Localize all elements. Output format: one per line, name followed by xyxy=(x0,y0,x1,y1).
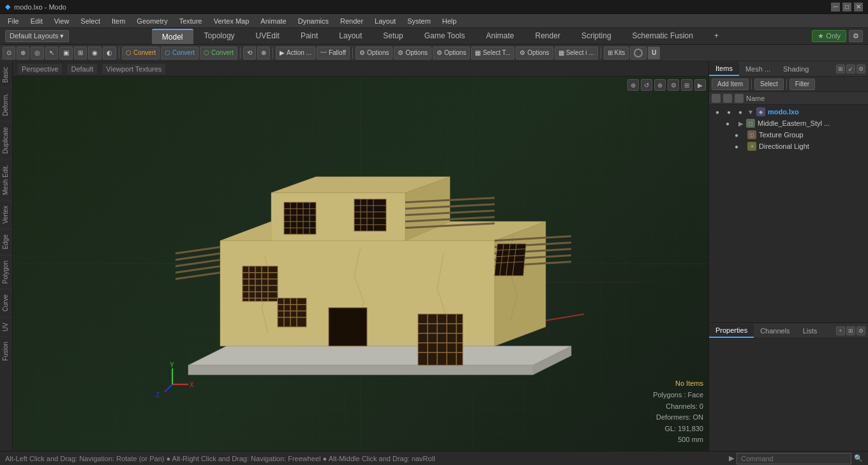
list-item[interactable]: ● ▶ ◻ Middle_Eastern_Styl ... xyxy=(710,118,867,129)
toolbar-btn-radio[interactable]: ◉ xyxy=(88,47,101,59)
toolbar-btn-circle[interactable]: ⊕ xyxy=(17,47,29,59)
viewport[interactable]: Perspective Default Viewport Textures xyxy=(13,61,708,451)
sidebar-tab-duplicate[interactable]: Duplicate xyxy=(0,121,12,159)
tab-game-tools[interactable]: Game Tools xyxy=(414,29,475,44)
toolbar-select-i[interactable]: ▦Select i ... xyxy=(555,47,598,59)
list-item[interactable]: ● ● ● ▼ ◆ modo.lxo xyxy=(710,106,867,118)
tab-animate[interactable]: Animate xyxy=(476,29,525,44)
col-eye-icon[interactable] xyxy=(712,94,721,103)
tab-topology[interactable]: Topology xyxy=(194,29,245,44)
vp-zoom-icon[interactable]: ⊕ xyxy=(654,79,666,91)
menu-item[interactable]: Item xyxy=(107,16,130,26)
menu-view[interactable]: View xyxy=(49,16,75,26)
eye-icon-texture[interactable]: ● xyxy=(732,130,741,139)
toolbar-options-2[interactable]: ⚙Options xyxy=(394,47,431,59)
menu-layout[interactable]: Layout xyxy=(370,16,401,26)
sidebar-tab-deform[interactable]: Deform. xyxy=(0,88,12,121)
menu-file[interactable]: File xyxy=(3,16,24,26)
tab-properties[interactable]: Properties xyxy=(709,324,754,338)
toolbar-options-1[interactable]: ⚙Options xyxy=(355,47,393,59)
toolbar-u-btn[interactable]: U xyxy=(648,47,660,59)
toolbar-select-t[interactable]: ▦Select T... xyxy=(471,47,514,59)
list-item[interactable]: ● ◫ Texture Group xyxy=(710,129,867,141)
eye-icon-light[interactable]: ● xyxy=(732,142,741,151)
sidebar-tab-fusion[interactable]: Fusion xyxy=(0,336,12,366)
star-only-button[interactable]: ★ Only xyxy=(812,30,846,42)
tab-scripting[interactable]: Scripting xyxy=(571,29,622,44)
menu-vertex-map[interactable]: Vertex Map xyxy=(209,16,255,26)
sidebar-tab-edge[interactable]: Edge xyxy=(0,229,12,254)
sidebar-tab-mesh-edit[interactable]: Mesh Edit. xyxy=(0,159,12,200)
eye-icon-root[interactable]: ● xyxy=(713,107,722,116)
panel-expand-btn[interactable]: ⊞ xyxy=(836,65,845,73)
command-input[interactable] xyxy=(737,453,851,464)
tab-lists[interactable]: Lists xyxy=(797,324,824,337)
close-button[interactable]: ✕ xyxy=(854,3,863,11)
toolbar-options-4[interactable]: ⚙Options xyxy=(516,47,553,59)
menu-render[interactable]: Render xyxy=(335,16,368,26)
vp-settings-icon[interactable]: ⚙ xyxy=(668,79,679,91)
list-item[interactable]: ● ☀ Directional Light xyxy=(710,141,867,152)
menu-edit[interactable]: Edit xyxy=(26,16,48,26)
toolbar-btn-arrow[interactable]: ↖ xyxy=(45,47,58,59)
tab-layout[interactable]: Layout xyxy=(329,29,372,44)
col-lock-icon[interactable] xyxy=(723,94,732,103)
perspective-label[interactable]: Perspective xyxy=(18,64,62,74)
layout-gear-button[interactable]: ⚙ xyxy=(849,30,863,42)
menu-select[interactable]: Select xyxy=(75,16,105,26)
maximize-button[interactable]: □ xyxy=(842,3,851,11)
panel-gear-btn[interactable]: ⚙ xyxy=(857,65,865,73)
toolbar-convert-orange[interactable]: ⬡Convert xyxy=(122,47,160,59)
toolbar-plus[interactable]: ⊕ xyxy=(257,47,270,59)
panel-shrink-btn[interactable]: ↙ xyxy=(846,65,855,73)
vp-grid-icon[interactable]: ⊞ xyxy=(681,79,692,91)
eye2-icon-root[interactable]: ● xyxy=(724,107,733,116)
tab-items[interactable]: Items xyxy=(709,62,739,76)
tab-model[interactable]: Model xyxy=(152,29,193,44)
sidebar-tab-vertex[interactable]: Vertex xyxy=(0,200,12,229)
toolbar-convert-blue[interactable]: ⬡Convert xyxy=(161,47,198,59)
vp-play-icon[interactable]: ▶ xyxy=(694,79,706,91)
select-button[interactable]: Select xyxy=(754,79,784,90)
minimize-button[interactable]: ─ xyxy=(831,3,840,11)
toolbar-rotate[interactable]: ⟲ xyxy=(243,47,256,59)
tab-render[interactable]: Render xyxy=(525,29,571,44)
toolbar-circle-btn[interactable] xyxy=(630,47,647,59)
tab-shading[interactable]: Shading xyxy=(777,63,815,75)
toolbar-kits[interactable]: ⊞Kits xyxy=(604,47,629,59)
col-vis-icon[interactable] xyxy=(735,94,744,103)
menu-texture[interactable]: Texture xyxy=(174,16,207,26)
props-gear-btn[interactable]: ⚙ xyxy=(857,326,865,335)
toolbar-convert-green[interactable]: ⬡Convert xyxy=(200,47,237,59)
default-label[interactable]: Default xyxy=(67,64,97,74)
menu-animate[interactable]: Animate xyxy=(255,16,291,26)
tab-channels[interactable]: Channels xyxy=(754,324,796,337)
toolbar-btn-grid[interactable]: ▣ xyxy=(59,47,73,59)
toolbar-btn-half[interactable]: ◐ xyxy=(103,47,116,59)
sidebar-tab-curve[interactable]: Curve xyxy=(0,289,12,317)
eye-icon-mesh[interactable]: ● xyxy=(723,119,732,128)
tab-paint[interactable]: Paint xyxy=(290,29,328,44)
menu-geometry[interactable]: Geometry xyxy=(131,16,172,26)
menu-system[interactable]: System xyxy=(402,16,436,26)
expand-arrow-mesh[interactable]: ▶ xyxy=(738,120,744,127)
toolbar-btn-target[interactable]: ◎ xyxy=(31,47,44,59)
textures-label[interactable]: Viewport Textures xyxy=(102,64,165,74)
menu-dynamics[interactable]: Dynamics xyxy=(293,16,334,26)
tab-schematic-fusion[interactable]: Schematic Fusion xyxy=(622,29,703,44)
tab-mesh[interactable]: Mesh ... xyxy=(739,63,777,75)
eye3-icon-root[interactable]: ● xyxy=(736,107,745,116)
props-expand-btn[interactable]: ⊞ xyxy=(846,326,855,335)
sidebar-tab-uv[interactable]: UV xyxy=(0,317,12,337)
tab-setup[interactable]: Setup xyxy=(373,29,413,44)
expand-arrow-root[interactable]: ▼ xyxy=(747,109,754,116)
sidebar-tab-polygon[interactable]: Polygon xyxy=(0,255,12,289)
toolbar-falloff[interactable]: 〰Falloff xyxy=(317,47,350,59)
filter-button[interactable]: Filter xyxy=(789,79,815,90)
viewport-content[interactable]: X Y Z ⊕ ↺ ⊕ ⚙ ⊞ ▶ No Items Polygons xyxy=(13,77,708,451)
toolbar-btn-plus-grid[interactable]: ⊞ xyxy=(74,47,87,59)
props-add-btn[interactable]: + xyxy=(836,326,845,335)
toolbar-action[interactable]: ▶Action ... xyxy=(276,47,315,59)
menu-help[interactable]: Help xyxy=(437,16,462,26)
vp-rotate-icon[interactable]: ↺ xyxy=(641,79,652,91)
